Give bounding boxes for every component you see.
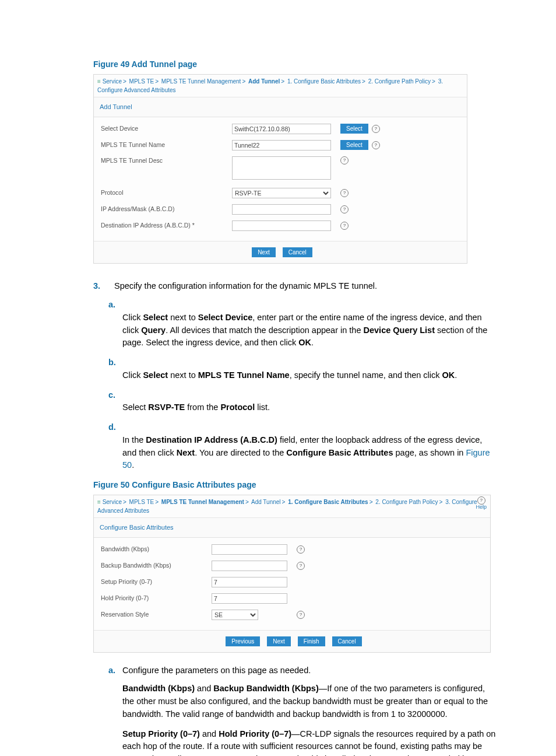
help-icon: ? bbox=[477, 496, 485, 505]
ip-mask-input[interactable] bbox=[232, 204, 331, 215]
crumb-item-current: 1. Configure Basic Attributes bbox=[288, 499, 368, 505]
crumb-item-current: Add Tunnel bbox=[248, 78, 280, 85]
step-3d: In the Destination IP Address (A.B.C.D) … bbox=[122, 421, 498, 472]
breadcrumb: ≡ Service> MPLS TE> MPLS TE Tunnel Manag… bbox=[94, 75, 467, 97]
select-device-input[interactable] bbox=[232, 124, 331, 134]
next-button[interactable]: Next bbox=[252, 247, 276, 257]
figure-50-caption: Figure 50 Configure Basic Attributes pag… bbox=[93, 479, 498, 491]
help-link[interactable]: ? Help bbox=[476, 496, 487, 510]
setup-priority-input[interactable] bbox=[212, 577, 287, 587]
breadcrumb-icon: ≡ bbox=[97, 78, 101, 85]
setup-priority-label: Setup Priority (0-7) bbox=[101, 578, 212, 587]
crumb-item[interactable]: MPLS TE Tunnel Management bbox=[161, 78, 241, 85]
crumb-item[interactable]: MPLS TE bbox=[129, 499, 154, 505]
bandwidth-input[interactable] bbox=[212, 544, 287, 555]
help-icon[interactable]: ? bbox=[297, 611, 305, 619]
finish-button[interactable]: Finish bbox=[298, 636, 325, 646]
protocol-label: Protocol bbox=[101, 188, 232, 198]
next-button[interactable]: Next bbox=[267, 636, 291, 646]
bw-paragraph: Bandwidth (Kbps) and Backup Bandwidth (K… bbox=[122, 682, 498, 720]
select-device-button[interactable]: Select bbox=[340, 124, 368, 134]
crumb-item[interactable]: 1. Configure Basic Attributes bbox=[287, 78, 361, 85]
tunnel-name-label: MPLS TE Tunnel Name bbox=[101, 141, 232, 150]
crumb-item[interactable]: Service bbox=[103, 78, 122, 85]
bandwidth-label: Bandwidth (Kbps) bbox=[101, 545, 212, 554]
breadcrumb-icon: ≡ bbox=[97, 499, 101, 505]
figure-49-caption: Figure 49 Add Tunnel page bbox=[93, 58, 498, 71]
dest-ip-input[interactable] bbox=[232, 220, 331, 231]
backup-bandwidth-input[interactable] bbox=[212, 561, 287, 571]
backup-bandwidth-label: Backup Bandwidth (Kbps) bbox=[101, 561, 212, 570]
basic-attributes-form: Bandwidth (Kbps) ? Backup Bandwidth (Kbp… bbox=[94, 538, 490, 630]
tunnel-desc-label: MPLS TE Tunnel Desc bbox=[101, 156, 232, 166]
step-a: a.Configure the parameters on this page … bbox=[122, 664, 498, 757]
ip-mask-label: IP Address/Mask (A.B.C.D) bbox=[101, 205, 232, 214]
help-icon[interactable]: ? bbox=[340, 222, 349, 230]
previous-button[interactable]: Previous bbox=[226, 636, 260, 646]
crumb-item[interactable]: Service bbox=[103, 499, 122, 505]
help-icon[interactable]: ? bbox=[340, 156, 349, 164]
crumb-item[interactable]: 2. Configure Path Policy bbox=[368, 78, 431, 85]
help-icon[interactable]: ? bbox=[372, 125, 380, 133]
panel-title: Add Tunnel bbox=[94, 97, 467, 117]
basic-attributes-screenshot: ? Help ≡ Service> MPLS TE> MPLS TE Tunne… bbox=[93, 495, 491, 653]
reservation-style-label: Reservation Style bbox=[101, 610, 212, 620]
crumb-item[interactable]: MPLS TE Tunnel Management bbox=[161, 499, 244, 505]
crumb-item[interactable]: Add Tunnel bbox=[251, 499, 281, 505]
step-3: Specify the configuration information fo… bbox=[93, 280, 498, 472]
step-3b: Click Select next to MPLS TE Tunnel Name… bbox=[122, 356, 498, 382]
help-icon[interactable]: ? bbox=[340, 189, 349, 197]
hold-priority-input[interactable] bbox=[212, 593, 287, 604]
help-icon[interactable]: ? bbox=[372, 141, 380, 149]
dest-ip-label: Destination IP Address (A.B.C.D) * bbox=[101, 221, 232, 230]
cancel-button[interactable]: Cancel bbox=[283, 247, 312, 257]
step-3-text: Specify the configuration information fo… bbox=[114, 281, 377, 290]
crumb-item[interactable]: MPLS TE bbox=[129, 78, 154, 85]
reservation-style-select[interactable]: SE bbox=[212, 610, 258, 620]
step-3a: Click Select next to Select Device, ente… bbox=[122, 299, 498, 349]
tunnel-name-select-button[interactable]: Select bbox=[340, 140, 368, 150]
tunnel-name-input[interactable] bbox=[232, 140, 331, 150]
select-device-label: Select Device bbox=[101, 124, 232, 134]
priority-paragraph: Setup Priority (0–7) and Hold Priority (… bbox=[122, 728, 498, 757]
breadcrumb: ≡ Service> MPLS TE> MPLS TE Tunnel Manag… bbox=[94, 495, 490, 518]
cancel-button[interactable]: Cancel bbox=[332, 636, 362, 646]
add-tunnel-screenshot: ≡ Service> MPLS TE> MPLS TE Tunnel Manag… bbox=[93, 74, 467, 264]
add-tunnel-form: Select Device Select ? MPLS TE Tunnel Na… bbox=[94, 117, 467, 242]
protocol-select[interactable]: RSVP-TE bbox=[232, 188, 331, 198]
tunnel-desc-input[interactable] bbox=[232, 156, 331, 180]
help-icon[interactable]: ? bbox=[297, 545, 305, 554]
crumb-item[interactable]: 2. Configure Path Policy bbox=[375, 499, 438, 505]
hold-priority-label: Hold Priority (0-7) bbox=[101, 594, 212, 603]
help-icon[interactable]: ? bbox=[340, 205, 349, 214]
step-3c: Select RSVP-TE from the Protocol list. bbox=[122, 389, 498, 415]
help-icon[interactable]: ? bbox=[297, 562, 305, 570]
panel-title: Configure Basic Attributes bbox=[94, 518, 490, 538]
